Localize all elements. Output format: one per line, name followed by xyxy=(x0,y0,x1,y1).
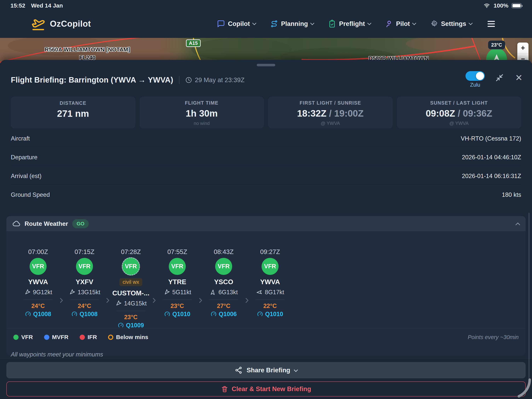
stat-card-flight-time: FLIGHT TIME1h 30mno wind xyxy=(139,97,264,128)
flight-category-badge: VFR xyxy=(215,258,232,275)
stat-value: 09:08Z / 09:36Z xyxy=(426,108,492,119)
waypoint-time: 09:27Z xyxy=(260,248,280,256)
civil-wx-tag: civil wx xyxy=(120,278,142,286)
waypoint-ytre[interactable]: 07:55ZVFRYTRE5G11kt23°CQ1010 xyxy=(158,248,196,318)
chevron-down-icon xyxy=(412,21,416,25)
nav-item-label: Settings xyxy=(441,20,466,27)
stat-sub: @ YWVA xyxy=(450,121,469,126)
weather-legend: VFRMVFRIFRBelow mins Points every ~30min xyxy=(6,328,526,340)
qnh-value: Q1010 xyxy=(172,311,190,318)
route-icon xyxy=(270,20,278,28)
gauge-icon xyxy=(257,311,263,317)
wind-value: 14G15kt xyxy=(124,300,146,307)
chevron-right-icon xyxy=(104,297,112,304)
wind-value: 6G13kt xyxy=(218,289,238,296)
waypoint-time: 07:15Z xyxy=(75,248,95,256)
route-weather-header[interactable]: Route Weather GO xyxy=(6,216,526,231)
gauge-icon xyxy=(164,311,170,317)
modal-footer: Share Briefing Clear & Start New Briefin… xyxy=(0,359,532,399)
share-briefing-button[interactable]: Share Briefing xyxy=(6,362,526,378)
waypoint-ysco[interactable]: 08:43ZVFRYSCO6G13kt27°CQ1006 xyxy=(204,248,243,318)
qnh-value: Q1009 xyxy=(126,322,144,329)
waypoint-yxfv[interactable]: 07:15ZVFRYXFV13G15kt24°CQ1008 xyxy=(65,248,104,318)
stat-card-first-light-sunrise: FIRST LIGHT / SUNRISE18:32Z / 19:00Z@ YW… xyxy=(268,97,393,128)
scrollbar[interactable] xyxy=(529,213,530,383)
flight-category-badge: VFR xyxy=(30,258,47,275)
detail-value: VH-RTO (Cessna 172) xyxy=(461,135,521,142)
nav-item-planning[interactable]: Planning xyxy=(270,20,314,28)
modal-drag-handle[interactable] xyxy=(257,64,275,66)
detail-row-ground-speed: Ground Speed180 kts xyxy=(11,185,521,204)
zoom-in-button[interactable]: + xyxy=(517,43,529,53)
waypoint-divider xyxy=(116,311,146,311)
waypoint-ywva[interactable]: 07:00ZVFRYWVA9G12kt24°CQ1008 xyxy=(19,248,57,318)
wifi-icon xyxy=(483,2,490,9)
chat-bubble-icon xyxy=(217,20,225,28)
app-brand[interactable]: OzCopilot xyxy=(31,10,91,38)
chevron-down-icon xyxy=(252,21,256,25)
legend-item-below-mins: Below mins xyxy=(108,334,148,340)
qnh-value: Q1010 xyxy=(265,311,283,318)
chevron-right-icon xyxy=(57,297,65,304)
qnh-value: Q1008 xyxy=(33,311,51,318)
nav-item-label: Planning xyxy=(281,20,308,27)
nav-item-settings[interactable]: Settings xyxy=(430,20,472,28)
detail-label: Ground Speed xyxy=(11,191,50,198)
waypoint-qnh: Q1008 xyxy=(25,311,51,318)
wind-arrow-icon xyxy=(256,289,263,296)
wind-arrow-icon xyxy=(23,288,32,297)
nav-item-copilot[interactable]: Copilot xyxy=(217,20,256,28)
legend-label: Below mins xyxy=(116,334,148,340)
briefing-title: Flight Briefing: Barrington (YWVA → YWVA… xyxy=(11,76,173,84)
chevron-down-icon xyxy=(310,21,314,25)
clock-time: 15:52 xyxy=(10,2,25,9)
gauge-icon xyxy=(25,311,31,317)
stat-card-sunset-last-light: SUNSET / LAST LIGHT09:08Z / 09:36Z@ YWVA xyxy=(397,97,521,128)
map-strip[interactable]: R560A WILLIAMTOWN [NOTAM] FL240 A15 D589… xyxy=(0,38,532,63)
waypoint-wind: 8G17kt xyxy=(256,289,284,296)
detail-label: Arrival (est) xyxy=(11,173,41,180)
share-chevron-down-icon xyxy=(294,368,298,372)
trash-icon xyxy=(221,385,228,393)
gauge-icon xyxy=(71,311,77,317)
waypoint-ywva[interactable]: 09:27ZVFRYWVA8G17kt22°CQ1010 xyxy=(251,248,289,318)
nav-item-pilot[interactable]: Pilot xyxy=(385,20,416,28)
airspace-label-r560a: R560A WILLIAMTOWN [NOTAM] xyxy=(45,46,130,53)
waypoint-custom[interactable]: 07:28ZVFRcivil wxCUSTOM-...14G15kt23°CQ1… xyxy=(112,248,150,329)
detail-label: Aircraft xyxy=(11,135,30,142)
nav-item-preflight[interactable]: Preflight xyxy=(328,20,371,28)
app-title: OzCopilot xyxy=(50,19,91,29)
battery-percent: 100% xyxy=(494,2,508,9)
stat-label: FIRST LIGHT / SUNRISE xyxy=(300,100,361,106)
stat-value: 18:32Z / 19:00Z xyxy=(297,108,364,119)
waypoint-qnh: Q1010 xyxy=(164,311,190,318)
below-mins-ring-icon xyxy=(108,335,113,340)
wind-arrow-icon xyxy=(162,288,171,297)
legend-dot-icon xyxy=(44,335,49,340)
chevron-right-icon xyxy=(150,297,158,304)
collapse-chevron-icon[interactable] xyxy=(515,222,520,227)
stat-value: 1h 30m xyxy=(186,108,218,119)
clock-icon xyxy=(185,76,192,83)
flight-category-badge: VFR xyxy=(262,258,279,275)
clear-briefing-button[interactable]: Clear & Start New Briefing xyxy=(6,381,526,397)
chevron-down-icon xyxy=(469,21,472,25)
legend-item-ifr: IFR xyxy=(80,334,97,340)
waypoint-qnh: Q1009 xyxy=(118,322,144,329)
flight-category-badge: VFR xyxy=(169,258,186,275)
zulu-toggle[interactable] xyxy=(466,71,485,81)
hamburger-menu-icon[interactable] xyxy=(486,20,496,28)
gauge-icon xyxy=(118,322,124,329)
detail-row-arrival-est: Arrival (est)2026-01-14 06:16:31Z xyxy=(11,167,521,185)
route-weather-body: 07:00ZVFRYWVA9G12kt24°CQ100807:15ZVFRYXF… xyxy=(6,231,526,356)
nav-menu: CopilotPlanningPreflightPilotSettings xyxy=(217,10,496,38)
waypoint-temp: 23°C xyxy=(124,314,137,321)
detail-row-aircraft: AircraftVH-RTO (Cessna 172) xyxy=(11,129,521,148)
waypoint-name: CUSTOM-... xyxy=(112,289,149,297)
waypoint-time: 07:00Z xyxy=(28,248,48,256)
close-icon[interactable]: ✕ xyxy=(514,73,524,82)
legend-dot-icon xyxy=(80,335,85,340)
minimize-icon[interactable] xyxy=(495,73,504,82)
status-date: Wed 14 Jan xyxy=(31,2,63,9)
go-status-badge: GO xyxy=(72,219,89,228)
